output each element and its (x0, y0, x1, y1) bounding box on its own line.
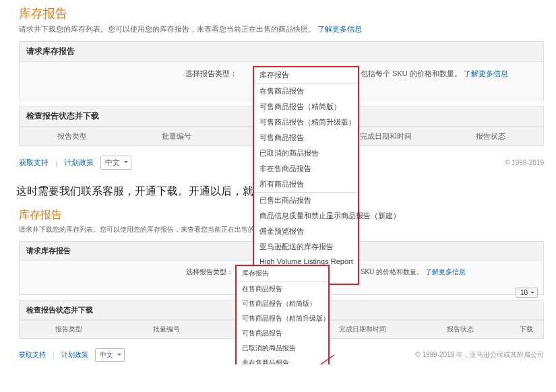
dropdown-item[interactable]: 非在售商品报告 (254, 161, 358, 176)
dropdown-item[interactable]: 库存报告 (237, 266, 328, 281)
page-title: 库存报告 (19, 5, 544, 22)
language-select[interactable]: 中文 (100, 156, 131, 170)
request-body: 选择报告类型： 包括每个 SKU 的价格和数量。 了解更多信息 库存报告 在售商… (20, 62, 543, 100)
language-select[interactable]: 中文 (95, 348, 125, 362)
col-batch-no: 批量编号 (124, 127, 228, 145)
dropdown-item[interactable]: 所有商品报告 (254, 176, 358, 192)
dropdown-item[interactable]: 可售商品报告 (237, 326, 328, 341)
dropdown-item[interactable]: 已取消的商品报告 (254, 145, 358, 161)
col-report-type: 报告类型 (20, 127, 124, 145)
dropdown-item[interactable]: 佣金预览报告 (254, 224, 358, 239)
dropdown-item[interactable]: 可售商品报告（精简版） (237, 296, 328, 311)
report-type-dropdown[interactable]: 库存报告 在售商品报告 可售商品报告（精简版） 可售商品报告（精简升级版） 可售… (253, 66, 359, 285)
dropdown-item[interactable]: 已取消的商品报告 (237, 341, 328, 356)
dropdown-item[interactable]: 在售商品报告 (254, 83, 358, 99)
helper-link[interactable]: 了解更多信息 (425, 268, 466, 275)
dropdown-item[interactable]: 可售商品报告（精简升级版） (254, 115, 358, 130)
plan-policy-link[interactable]: 计划政策 (61, 350, 88, 360)
get-support-link[interactable]: 获取支持 (19, 158, 49, 168)
plan-policy-link[interactable]: 计划政策 (64, 158, 94, 168)
request-section: 请求库存报告 选择报告类型： 包括每个 SKU 的价格和数量。 了解更多信息 库… (19, 41, 544, 100)
screenshot-1: 库存报告 请求并下载您的库存列表。您可以使用您的库存报告，来查看您当前正在出售的… (0, 0, 556, 172)
dropdown-item[interactable]: 在售商品报告 (237, 281, 328, 296)
subtitle-text: 请求并下载您的库存列表。您可以使用您的库存报告，来查看您当前正在出售的商品快照。 (19, 226, 288, 233)
col-status: 报告状态 (439, 127, 543, 145)
divider: | (55, 159, 57, 167)
dropdown-item[interactable]: 可售商品报告 (254, 130, 358, 145)
dropdown-item[interactable]: 可售商品报告（精简升级版） (237, 311, 328, 326)
get-support-link[interactable]: 获取支持 (19, 350, 46, 360)
dropdown-item[interactable]: 可售商品报告（精简版） (254, 99, 358, 115)
dropdown-item[interactable]: 商品信息质量和禁止显示商品报告（新建） (254, 208, 358, 224)
helper-link[interactable]: 了解更多信息 (464, 69, 508, 77)
copyright: © 1999-2019 (505, 159, 544, 166)
helper-prefix: 包括每个 SKU 的价格和数量。 (361, 69, 462, 77)
report-type-dropdown[interactable]: 库存报告 在售商品报告 可售商品报告（精简版） 可售商品报告（精简升级版） 可售… (235, 265, 330, 364)
page-subtitle: 请求并下载您的库存列表。您可以使用您的库存报告，来查看您当前正在出售的商品快照。… (19, 24, 544, 34)
request-header: 请求库存报告 (20, 42, 543, 62)
learn-more-link[interactable]: 了解更多信息 (317, 25, 362, 33)
subtitle-text: 请求并下载您的库存列表。您可以使用您的库存报告，来查看您当前正在出售的商品快照。 (19, 25, 315, 33)
col-status: 报告状态 (412, 321, 509, 338)
page-size-select[interactable]: 10 (516, 288, 538, 298)
dropdown-item[interactable]: 非在售商品报告 (237, 356, 328, 364)
dropdown-item[interactable]: 已售出商品报告 (254, 192, 358, 208)
col-download: 下载 (509, 321, 543, 338)
col-report-type: 报告类型 (20, 321, 117, 338)
copyright: © 1999-2019 年，亚马逊公司或其附属公司 (415, 350, 544, 360)
helper-text: 包括每个 SKU 的价格和数量。 了解更多信息 (361, 69, 508, 79)
dropdown-item[interactable]: 亚马逊配送的库存报告 (254, 239, 358, 255)
dropdown-item[interactable]: 库存报告 (254, 67, 358, 83)
request-body: 选择报告类型： 包括每个 SKU 的价格和数量。 了解更多信息 库存报告 在售商… (20, 261, 543, 294)
divider: | (53, 352, 55, 359)
col-batch-no: 批量编号 (117, 321, 215, 338)
